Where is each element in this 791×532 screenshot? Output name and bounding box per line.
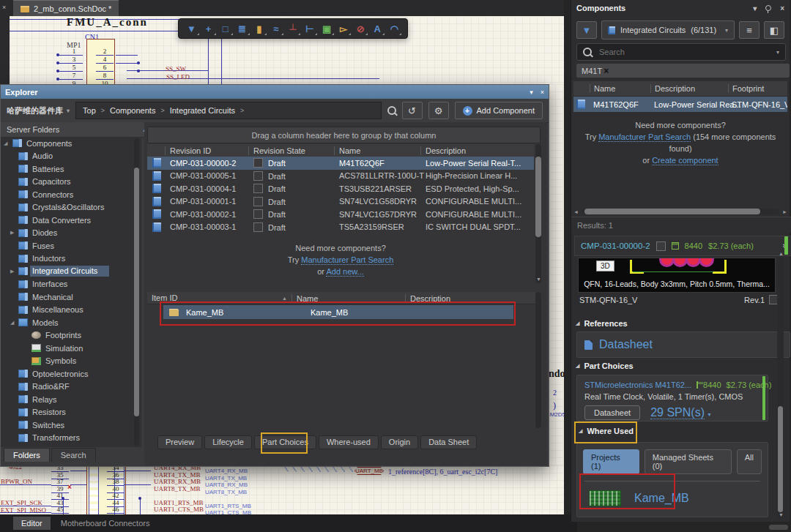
- tree-item-models[interactable]: ◢Models: [1, 316, 141, 329]
- scroll-right-icon[interactable]: ►: [782, 209, 787, 214]
- tab-search[interactable]: Search: [51, 448, 96, 462]
- column-name[interactable]: Name: [291, 294, 405, 302]
- wu-tab-projects[interactable]: Projects (1): [583, 449, 639, 474]
- tree-item-symbols[interactable]: Symbols: [1, 355, 141, 368]
- grid-scrollbar[interactable]: [535, 144, 541, 283]
- place-arc-icon[interactable]: ◠: [387, 21, 401, 36]
- tree-scrollbar[interactable]: [134, 138, 139, 446]
- expanded-icon[interactable]: ◢: [4, 141, 12, 146]
- filter-icon[interactable]: ▼: [576, 21, 597, 39]
- refresh-button[interactable]: ↺: [402, 102, 423, 119]
- project-link[interactable]: Kame_MB: [634, 492, 689, 505]
- tab-where-used[interactable]: Where-used: [319, 435, 379, 449]
- create-component-link[interactable]: Create component: [652, 156, 718, 165]
- tree-item-crystals-oscillators[interactable]: Crystals&Oscillators: [1, 201, 141, 214]
- footprint-preview[interactable]: 3D QFN, 16-Leads, Body 3x3mm, Pitch 0.5m…: [578, 258, 776, 293]
- scroll-up-icon[interactable]: ▲: [779, 251, 784, 256]
- collapsed-icon[interactable]: ▶: [10, 230, 18, 236]
- scroll-down-icon[interactable]: ▼: [536, 277, 541, 282]
- where-used-item[interactable]: Kame_MB: [589, 490, 762, 506]
- tree-item-batteries[interactable]: Batteries: [1, 162, 141, 176]
- where-used-section-header[interactable]: ◢ Where Used: [579, 427, 634, 435]
- place-sheet-symbol-icon[interactable]: ▣: [319, 21, 334, 36]
- components-titlebar[interactable]: Components ▾ ×: [571, 0, 790, 16]
- place-port-icon[interactable]: ▻: [336, 21, 351, 36]
- tab-lifecycle[interactable]: Lifecycle: [204, 435, 252, 449]
- editor-tab[interactable]: Editor: [13, 517, 51, 530]
- grid-header[interactable]: Revision ID Revision State Name Descript…: [147, 144, 534, 157]
- resize-grip[interactable]: [769, 525, 788, 530]
- place-part-icon[interactable]: ▮: [252, 21, 267, 36]
- settings-button[interactable]: ⚙: [428, 102, 449, 119]
- table-row[interactable]: CMP-031-00005-1 Draft ACS781LLRTR-100U-T…: [147, 170, 534, 183]
- place-no-erc-icon[interactable]: ⊘: [353, 21, 368, 36]
- column-footprint[interactable]: Footprint: [728, 84, 787, 93]
- references-section-header[interactable]: ◢ References: [576, 319, 628, 328]
- checkbox[interactable]: [253, 158, 263, 168]
- checkbox[interactable]: [253, 171, 263, 181]
- breadcrumb-item[interactable]: Top: [83, 106, 96, 115]
- table-row[interactable]: CMP-031-00004-1 Draft TS3USB221ARSER ESD…: [147, 182, 534, 195]
- manufacturer-part-search-link[interactable]: Manufacturer Part Search: [301, 255, 393, 265]
- search-icon[interactable]: [387, 106, 396, 115]
- tree-item-miscellaneous[interactable]: Miscellaneous: [1, 304, 141, 317]
- tree-header[interactable]: Server Folders ▲: [1, 122, 153, 138]
- add-component-button[interactable]: + Add Component: [455, 102, 543, 119]
- explorer-titlebar[interactable]: Explorer ▾ ×: [1, 85, 549, 99]
- tree-item-footprints[interactable]: Footprints: [1, 329, 141, 342]
- checkbox[interactable]: [656, 241, 666, 251]
- tree-item-inductors[interactable]: Inductors: [1, 252, 141, 266]
- tree-item-optoelectronics[interactable]: Optoelectronics: [1, 367, 141, 381]
- tab-folders[interactable]: Folders: [4, 448, 50, 462]
- sheet-port[interactable]: UART_MB: [354, 467, 384, 475]
- close-icon[interactable]: ×: [780, 4, 784, 12]
- breadcrumb-item[interactable]: Components: [110, 106, 155, 115]
- column-name[interactable]: Name: [334, 146, 420, 155]
- spn-link[interactable]: 29 SPN(s) ▾: [650, 406, 710, 419]
- checkbox[interactable]: [253, 197, 263, 206]
- chevron-down-icon[interactable]: ▾: [776, 49, 779, 56]
- manufacturer-part-search-link[interactable]: Manufacturer Part Search: [598, 132, 691, 142]
- list-hscrollbar[interactable]: [582, 209, 779, 214]
- table-row[interactable]: CMP-031-00002-1 Draft SN74LVC1G57DRYR CO…: [147, 208, 534, 221]
- search-box[interactable]: ▾: [576, 43, 786, 61]
- filter-icon[interactable]: ▼: [185, 21, 199, 36]
- tree-item-data-converters[interactable]: Data Converters: [1, 214, 141, 227]
- list-view-button[interactable]: ≡: [739, 21, 760, 39]
- column-revision-state[interactable]: Revision State: [248, 146, 334, 155]
- tree-item-resistors[interactable]: Resistors: [1, 406, 141, 419]
- add-new-link[interactable]: Add new...: [326, 267, 363, 277]
- used-grid-header[interactable]: Item ID ▲ Name Description: [147, 292, 539, 304]
- tree-item-interfaces[interactable]: Interfaces: [1, 278, 141, 291]
- place-text-icon[interactable]: A: [370, 21, 385, 36]
- column-name[interactable]: Name: [590, 84, 650, 93]
- tree-item-mechanical[interactable]: Mechanical: [1, 291, 141, 304]
- tree-item-simulation[interactable]: Simulation: [1, 342, 141, 355]
- place-net-label-icon[interactable]: ⊢: [302, 21, 317, 36]
- 3d-badge[interactable]: 3D: [596, 261, 614, 271]
- pin-icon[interactable]: [765, 5, 771, 11]
- library-selector[interactable]: 哈萨维的器件库 ▾: [7, 105, 70, 116]
- place-power-port-icon[interactable]: ┴: [286, 21, 300, 36]
- close-icon[interactable]: ×: [2, 4, 6, 11]
- part-number-link[interactable]: STMicroelectronics M41T62...: [584, 381, 691, 389]
- schematic-canvas-right[interactable]: ndo 2 ) -M2D5: [548, 84, 564, 465]
- scroll-left-icon[interactable]: ◄: [573, 209, 579, 214]
- part-choices-section-header[interactable]: ◢ Part Choices: [576, 361, 634, 370]
- expanded-icon[interactable]: ◢: [10, 320, 18, 326]
- column-description[interactable]: Description: [420, 146, 534, 155]
- checkbox[interactable]: [253, 209, 263, 219]
- column-description[interactable]: Description: [405, 294, 539, 302]
- column-item-id[interactable]: Item ID: [147, 293, 282, 302]
- tree-item-relays[interactable]: Relays: [1, 393, 141, 406]
- crosshair-icon[interactable]: +: [201, 21, 216, 36]
- tree-item-integrated-circuits[interactable]: ▶Integrated Circuits: [1, 265, 141, 278]
- breadcrumb-item[interactable]: Integrated Circuits: [170, 106, 235, 115]
- detail-scrollbar[interactable]: [777, 258, 784, 518]
- used-row-kame-mb[interactable]: Kame_MB Kame_MB: [163, 305, 513, 319]
- components-grid-header[interactable]: Name Description Footprint: [573, 81, 787, 97]
- tree-item-diodes[interactable]: ▶Diodes: [1, 227, 141, 240]
- table-row[interactable]: CMP-031-00003-1 Draft TS5A23159RSER IC S…: [147, 221, 534, 234]
- tree-item-transformers[interactable]: Transformers: [1, 432, 141, 445]
- align-icon[interactable]: ≣: [235, 21, 250, 36]
